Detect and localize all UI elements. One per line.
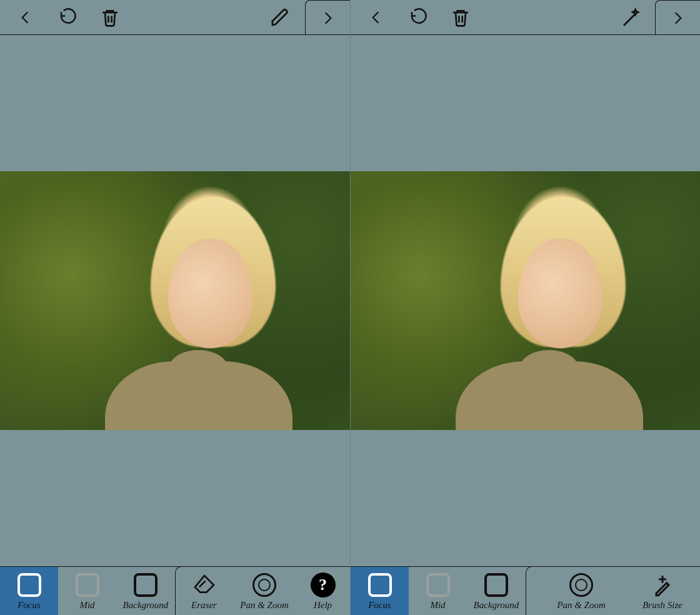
trash-icon bbox=[100, 7, 120, 28]
tool-label: Brush Size bbox=[642, 599, 682, 611]
chevron-right-icon bbox=[670, 9, 686, 28]
help-icon: ? bbox=[311, 572, 336, 598]
tool-label: Mid bbox=[430, 599, 445, 611]
bottom-toolbar: Focus Mid Background Eraser bbox=[0, 566, 350, 615]
tool-panzoom[interactable]: Pan & Zoom bbox=[233, 567, 296, 615]
next-button[interactable] bbox=[655, 0, 700, 35]
tool-mid[interactable]: Mid bbox=[58, 567, 116, 615]
tool-label: Pan & Zoom bbox=[240, 599, 289, 611]
focus-swatch-icon bbox=[368, 573, 392, 597]
tool-eraser[interactable]: Eraser bbox=[175, 567, 233, 615]
back-button[interactable] bbox=[12, 5, 38, 30]
tool-help[interactable]: ? Help bbox=[296, 567, 350, 615]
tool-background[interactable]: Background bbox=[116, 567, 175, 615]
tool-label: Pan & Zoom bbox=[557, 599, 606, 611]
next-button[interactable] bbox=[305, 0, 350, 35]
focus-swatch-icon bbox=[18, 573, 41, 597]
magic-wand-icon bbox=[619, 7, 641, 28]
tool-mid[interactable]: Mid bbox=[409, 567, 467, 615]
tool-label: Eraser bbox=[191, 599, 217, 611]
background-swatch-icon bbox=[484, 573, 508, 597]
editor-pane-left: Focus Mid Background Eraser bbox=[0, 0, 350, 615]
eraser-icon bbox=[192, 572, 217, 598]
mid-swatch-icon bbox=[76, 573, 99, 597]
photo-preview bbox=[0, 171, 350, 430]
background-swatch-icon bbox=[134, 573, 158, 597]
tool-label: Focus bbox=[18, 599, 41, 611]
top-toolbar bbox=[351, 0, 700, 35]
tool-label: Background bbox=[474, 599, 519, 611]
trash-icon bbox=[451, 7, 471, 28]
back-button[interactable] bbox=[363, 5, 388, 30]
tool-label: Focus bbox=[368, 599, 391, 611]
tool-brushsize[interactable]: Brush Size bbox=[625, 567, 700, 615]
panzoom-icon bbox=[569, 573, 593, 597]
tool-focus[interactable]: Focus bbox=[0, 567, 58, 615]
tool-group-right: Pan & Zoom Brush Size bbox=[526, 567, 700, 615]
mid-swatch-icon bbox=[426, 573, 450, 597]
delete-button[interactable] bbox=[98, 5, 122, 30]
tool-panzoom[interactable]: Pan & Zoom bbox=[538, 567, 625, 615]
canvas[interactable] bbox=[0, 35, 350, 566]
tool-label: Background bbox=[123, 599, 169, 611]
bottom-toolbar: Focus Mid Background Pan & Zoom bbox=[351, 566, 700, 615]
undo-icon bbox=[57, 8, 78, 27]
chevron-left-icon bbox=[17, 8, 33, 27]
chevron-right-icon bbox=[320, 9, 336, 28]
tool-label: Mid bbox=[79, 599, 94, 611]
tool-label: Help bbox=[314, 599, 332, 611]
top-toolbar bbox=[0, 0, 350, 35]
tool-group-right: Eraser Pan & Zoom ? Help bbox=[175, 567, 350, 615]
brush-size-icon bbox=[650, 572, 675, 598]
chevron-left-icon bbox=[368, 8, 384, 27]
panzoom-icon bbox=[252, 573, 276, 597]
editor-pane-right: Focus Mid Background Pan & Zoom bbox=[350, 0, 700, 615]
pencil-icon bbox=[270, 8, 290, 28]
mode-button[interactable] bbox=[615, 0, 645, 34]
canvas[interactable] bbox=[351, 35, 700, 566]
delete-button[interactable] bbox=[448, 5, 473, 30]
undo-button[interactable] bbox=[406, 5, 431, 30]
tool-background[interactable]: Background bbox=[467, 567, 526, 615]
undo-icon bbox=[408, 8, 429, 27]
mode-button[interactable] bbox=[265, 0, 295, 34]
tool-focus[interactable]: Focus bbox=[351, 567, 409, 615]
photo-preview bbox=[351, 171, 700, 430]
undo-button[interactable] bbox=[55, 5, 80, 30]
